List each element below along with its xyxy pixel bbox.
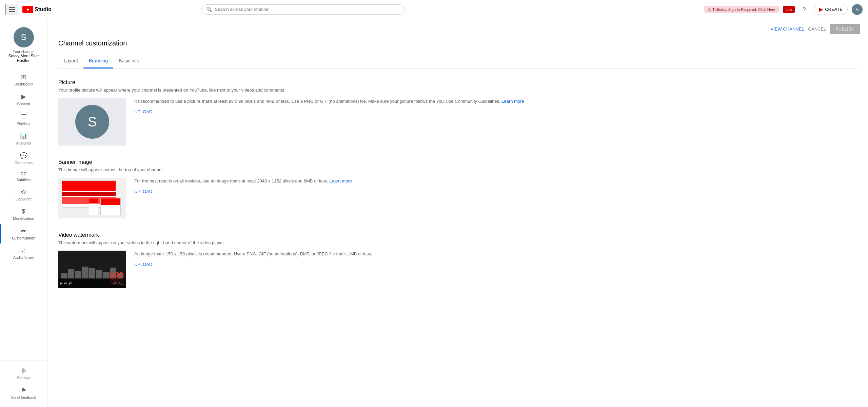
search-icon: 🔍 [206, 7, 212, 12]
banner-tablet-strip [101, 198, 120, 205]
banner-learn-more[interactable]: Learn more [330, 178, 352, 183]
sidebar-item-content[interactable]: ▶ Content [0, 90, 47, 109]
banner-strip-mid [62, 192, 116, 196]
channel-info: S Your channel Savvy Mom Side Hustles [0, 23, 47, 67]
picture-upload-button[interactable]: UPLOAD [134, 109, 152, 114]
customization-icon: ✏ [21, 227, 26, 235]
sidebar-item-customization[interactable]: ✏ Customization [0, 224, 47, 244]
tabs-row: Layout Branding Basic info [58, 54, 857, 69]
picture-content: S It's recommended to use a picture that… [58, 98, 857, 146]
dashboard-icon: ⊞ [21, 73, 26, 81]
subtitles-icon: CC [21, 172, 26, 176]
tubebuddy-list-icon: ≡ [790, 7, 792, 12]
tab-layout[interactable]: Layout [58, 54, 83, 69]
sidebar-label-dashboard: Dashboard [15, 82, 33, 86]
picture-description: Your profile picture will appear where y… [58, 88, 857, 93]
sidebar-item-playlists[interactable]: ☰ Playlists [0, 109, 47, 129]
banner-tablet-preview [100, 198, 121, 215]
sidebar-item-copyright[interactable]: © Copyright [0, 185, 47, 205]
publish-button[interactable]: PUBLISH [830, 24, 860, 34]
page-title: Channel customization [58, 39, 857, 47]
search-input[interactable] [215, 7, 400, 12]
sidebar-item-settings[interactable]: ⚙ Settings [0, 364, 47, 383]
warning-icon: ⚠ [708, 7, 711, 12]
volume-icon: 🔊 [68, 282, 72, 285]
watermark-section: Video watermark The watermark will appea… [58, 232, 857, 288]
banner-description: This image will appear across the top of… [58, 167, 857, 172]
watermark-content: ▶ ⏭ 🔊 ⚙ □ ⛶ An image that's 150 x 150 pi… [58, 251, 857, 288]
main-content: Channel customization Layout Branding Ba… [47, 19, 868, 407]
banner-strip-top [62, 181, 116, 191]
watermark-info: An image that's 150 x 150 pixels is reco… [134, 251, 857, 267]
create-button[interactable]: ▶ CREATE [814, 4, 848, 15]
banner-info-text: For the best results on all devices, use… [134, 178, 857, 185]
create-label: CREATE [825, 7, 843, 12]
view-channel-button[interactable]: VIEW CHANNEL [771, 26, 804, 32]
sidebar: S Your channel Savvy Mom Side Hustles ⊞ … [0, 19, 47, 407]
nav-right: ⚠ TuBuddy Sign-in Required. Click Here t… [704, 4, 863, 15]
sidebar-label-monetization: Monetization [13, 216, 34, 220]
content-icon: ▶ [21, 93, 26, 100]
tubebuddy-icon: tb [786, 7, 789, 12]
tubebuddy-alert: ⚠ TuBuddy Sign-in Required. Click Here [704, 6, 778, 13]
banner-section: Banner image This image will appear acro… [58, 159, 857, 218]
banner-upload-button[interactable]: UPLOAD [134, 189, 152, 194]
wm-bar-3 [75, 271, 81, 279]
watermark-preview: ▶ ⏭ 🔊 ⚙ □ ⛶ [58, 251, 126, 288]
settings-icon: ⚙ [114, 282, 117, 285]
picture-section: Picture Your profile picture will appear… [58, 79, 857, 146]
sidebar-label-analytics: Analytics [16, 141, 31, 145]
sidebar-item-subtitles[interactable]: CC Subtitles [0, 168, 47, 185]
sidebar-item-dashboard[interactable]: ⊞ Dashboard [0, 70, 47, 90]
youtube-icon [22, 6, 33, 13]
create-icon: ▶ [819, 6, 823, 13]
wm-bar-6 [96, 270, 102, 278]
help-button[interactable]: ? [799, 4, 810, 15]
picture-info: It's recommended to use a picture that's… [134, 98, 857, 114]
actions-row: VIEW CHANNEL CANCEL PUBLISH [763, 19, 868, 39]
player-controls: ▶ ⏭ 🔊 ⚙ □ ⛶ [58, 278, 126, 288]
fullscreen-icon: ⛶ [121, 282, 124, 285]
sidebar-item-comments[interactable]: 💬 Comments [0, 149, 47, 168]
main-layout: S Your channel Savvy Mom Side Hustles ⊞ … [0, 19, 868, 407]
sidebar-item-send-feedback[interactable]: ⚑ Send feedback [0, 383, 47, 403]
sidebar-nav: ⊞ Dashboard ▶ Content ☰ Playlists 📊 Anal… [0, 70, 47, 358]
sidebar-label-playlists: Playlists [17, 121, 30, 125]
account-avatar[interactable]: S [852, 4, 863, 15]
sidebar-item-analytics[interactable]: 📊 Analytics [0, 129, 47, 149]
banner-title: Banner image [58, 159, 857, 165]
banner-mobile-strip [89, 198, 98, 204]
watermark-title: Video watermark [58, 232, 857, 238]
tab-branding[interactable]: Branding [83, 54, 113, 69]
watermark-upload-button[interactable]: UPLOAD [134, 262, 152, 267]
wm-bar-5 [89, 268, 96, 278]
analytics-icon: 📊 [20, 132, 27, 140]
send-feedback-icon: ⚑ [21, 387, 26, 394]
picture-title: Picture [58, 79, 857, 85]
hamburger-menu[interactable] [5, 4, 18, 15]
miniplayer-icon: □ [118, 282, 120, 285]
tubebuddy-button[interactable]: tb ≡ [783, 6, 795, 13]
sidebar-item-monetization[interactable]: $ Monetization [0, 205, 47, 224]
next-icon: ⏭ [64, 282, 67, 285]
sidebar-divider [0, 361, 47, 361]
search-bar: 🔍 [201, 4, 405, 15]
tab-basic-info[interactable]: Basic info [113, 54, 145, 69]
wm-bar-2 [68, 269, 75, 279]
comments-icon: 💬 [20, 152, 27, 159]
wm-bar-1 [61, 273, 67, 278]
banner-info: For the best results on all devices, use… [134, 178, 857, 194]
cancel-button[interactable]: CANCEL [808, 26, 826, 32]
banner-content: For the best results on all devices, use… [58, 178, 857, 218]
your-channel-label: Your channel [13, 50, 35, 54]
wm-bar-4 [82, 267, 88, 278]
sidebar-label-content: Content [17, 102, 30, 106]
wm-bar-7 [103, 272, 110, 278]
sidebar-bottom: ⚙ Settings ⚑ Send feedback [0, 358, 47, 407]
monetization-icon: $ [22, 208, 25, 215]
logo[interactable]: Studio [22, 6, 52, 13]
picture-info-text: It's recommended to use a picture that's… [134, 98, 857, 105]
picture-learn-more[interactable]: Learn more [501, 99, 524, 104]
sidebar-item-audio-library[interactable]: ♫ Audio library [0, 244, 47, 263]
nav-left: Studio [5, 4, 52, 15]
